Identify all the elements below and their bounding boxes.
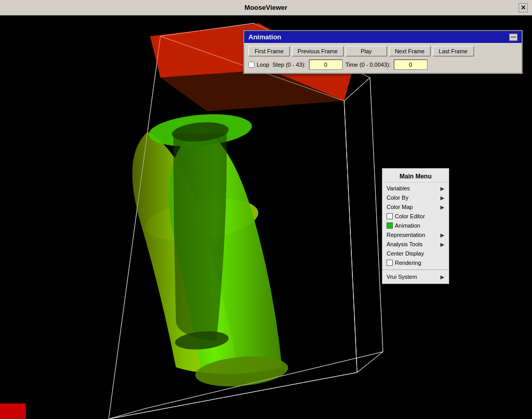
menu-item-representation[interactable]: Representation ▶ [382,230,449,240]
step-input[interactable]: 0 [309,59,343,70]
next-frame-button[interactable]: Next Frame [389,46,431,56]
main-menu-panel: Main Menu Variables ▶ Color By ▶ Color M… [382,168,449,284]
variables-label: Variables [387,185,410,191]
representation-label: Representation [387,232,425,238]
last-frame-button[interactable]: Last Frame [433,46,474,56]
animation-panel: Animation — First Frame Previous Frame P… [243,30,523,74]
time-input[interactable]: 0 [394,59,427,70]
animation-buttons-row: First Frame Previous Frame Play Next Fra… [248,46,518,56]
window-close-button[interactable]: ✕ [519,3,528,12]
time-label: Time (0 - 0.0043): [346,62,391,68]
menu-item-vrui-system[interactable]: Vrui System ▶ [382,272,449,281]
first-frame-button[interactable]: First Frame [248,46,290,56]
menu-item-rendering[interactable]: Rendering [382,258,449,267]
3d-scene [0,16,532,419]
color-editor-label: Color Editor [395,213,425,219]
rendering-checkbox-icon [387,260,393,266]
analysis-tools-label: Analysis Tools [387,241,423,247]
window-titlebar: MooseViewer ✕ [0,0,532,16]
color-editor-checkbox-icon [387,213,393,219]
animation-panel-body: First Frame Previous Frame Play Next Fra… [244,43,522,73]
color-map-label: Color Map [387,204,413,210]
menu-item-animation[interactable]: Animation [382,221,449,230]
animation-panel-title: Animation [248,33,282,41]
color-by-label: Color By [387,194,408,201]
viewport-area: Animation — First Frame Previous Frame P… [0,16,532,419]
loop-checkbox[interactable] [248,62,255,68]
vrui-system-label: Vrui System [387,274,417,280]
vrui-system-arrow-icon: ▶ [440,274,445,280]
rendering-label: Rendering [395,260,421,266]
menu-item-analysis-tools[interactable]: Analysis Tools ▶ [382,240,449,249]
center-display-label: Center Display [387,250,424,257]
menu-item-center-display[interactable]: Center Display [382,249,449,258]
color-by-arrow-icon: ▶ [440,195,445,201]
animation-minimize-button[interactable]: — [509,34,518,41]
color-map-arrow-icon: ▶ [440,204,445,210]
play-button[interactable]: Play [346,46,387,56]
variables-arrow-icon: ▶ [440,186,445,191]
menu-item-color-by[interactable]: Color By ▶ [382,193,449,202]
menu-item-variables[interactable]: Variables ▶ [382,184,449,193]
menu-divider [382,270,449,270]
analysis-tools-arrow-icon: ▶ [440,242,445,247]
main-menu-title: Main Menu [382,171,449,183]
animation-step-row: Loop Step (0 - 43): 0 Time (0 - 0.0043):… [248,59,518,70]
menu-item-color-map[interactable]: Color Map ▶ [382,202,449,212]
svg-rect-24 [0,403,26,419]
loop-text: Loop [257,62,269,68]
menu-item-color-editor[interactable]: Color Editor [382,212,449,221]
step-label: Step (0 - 43): [272,62,305,68]
animation-label: Animation [395,222,420,229]
window-title: MooseViewer [245,4,288,11]
animation-panel-header[interactable]: Animation — [244,31,522,43]
animation-color-icon [387,222,393,229]
loop-label[interactable]: Loop [248,62,269,68]
previous-frame-button[interactable]: Previous Frame [292,46,344,56]
representation-arrow-icon: ▶ [440,232,445,238]
